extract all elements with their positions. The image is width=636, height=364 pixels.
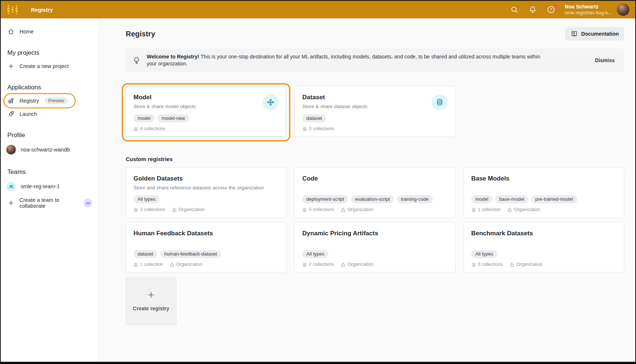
- tag-dataset: dataset: [302, 114, 326, 122]
- main-content: Registry Documentation Welcome to Regist…: [99, 18, 635, 362]
- registry-card-golden-datasets[interactable]: Golden DatasetsStore and share reference…: [126, 167, 286, 218]
- card-meta: 3 collectionsOrganization: [133, 207, 279, 212]
- card-title: Base Models: [471, 175, 510, 183]
- user-name: Noa Schwartz: [565, 4, 612, 10]
- tag-row: dataset: [302, 114, 447, 122]
- banner-title: Welcome to Registry!: [147, 54, 199, 60]
- card-subtitle: [302, 185, 318, 191]
- user-org: smle-registries-bug-b…: [565, 10, 612, 16]
- bell-icon[interactable]: [528, 5, 537, 14]
- tag-all-types: All types: [133, 195, 160, 203]
- app-window: Registry ? Noa Schwartz smle-registries-…: [0, 0, 636, 364]
- search-icon[interactable]: [510, 5, 519, 14]
- sidebar-heading-profile: Profile: [7, 132, 92, 139]
- sidebar-item-profile[interactable]: noa-schwartz-wandb: [1, 142, 99, 157]
- card-cell-benchmark-datasets: Benchmark DatasetsAll types0 collections…: [464, 222, 624, 272]
- registry-card-benchmark-datasets[interactable]: Benchmark DatasetsAll types0 collections…: [464, 222, 624, 272]
- collections-count: 3 collections: [302, 126, 334, 131]
- create-registry-tile[interactable]: Create registry: [126, 277, 176, 325]
- registry-card-human-feedback-datasets[interactable]: Human Feedback Datasetsdatasethuman-feed…: [126, 222, 286, 272]
- card-title: Model: [133, 93, 196, 101]
- preview-badge: Preview: [44, 97, 68, 104]
- user-menu[interactable]: Noa Schwartz smle-registries-bug-b…: [565, 3, 629, 16]
- welcome-banner: Welcome to Registry! This is your one-st…: [126, 49, 624, 72]
- visibility-label: Organization: [341, 262, 374, 267]
- sidebar: Home My projects Create a new project Ap…: [1, 18, 99, 362]
- tag-base-model: base-model: [495, 195, 528, 203]
- lightbulb-icon: [132, 56, 141, 65]
- profile-avatar: [6, 145, 16, 154]
- custom-registries-grid: Golden DatasetsStore and share reference…: [126, 167, 624, 272]
- tag-training-code: training-code: [397, 195, 433, 203]
- card-meta: 1 collectionOrganization: [133, 262, 279, 267]
- visibility-label: Organization: [341, 207, 374, 212]
- card-meta: 0 collectionsOrganization: [302, 207, 447, 212]
- tag-row: modelmodel-new: [133, 114, 279, 122]
- database-icon: [432, 94, 448, 110]
- lock-open-icon: [507, 207, 512, 212]
- collections-count: 0 collections: [302, 207, 334, 212]
- card-meta: 3 collections: [302, 126, 447, 131]
- card-subtitle: Store and share reference datasets acros…: [133, 185, 264, 191]
- sidebar-item-label: Home: [19, 29, 34, 35]
- sidebar-item-label: smle-reg-team-1: [21, 183, 60, 189]
- list-icon: [302, 207, 307, 212]
- card-cell-base-models: Base Modelsmodelbase-modelpre-trained-mo…: [464, 167, 624, 218]
- tag-all-types: All types: [471, 250, 497, 258]
- sidebar-item-registry[interactable]: Registry Preview: [1, 94, 74, 107]
- tag-row: datasethuman-feedback-dataset: [133, 250, 279, 258]
- tag-all-types: All types: [302, 250, 328, 258]
- registry-card-dataset[interactable]: DatasetStore & share dataset objectsdata…: [294, 86, 455, 137]
- collections-count: 0 collections: [471, 262, 503, 267]
- help-icon[interactable]: ?: [546, 5, 556, 14]
- sidebar-heading-teams: Teams: [7, 168, 92, 176]
- visibility-label: Organization: [170, 262, 203, 267]
- card-title: Dynamic Pricing Artifacts: [302, 229, 378, 238]
- tag-evaluation-script: evaluation-script: [351, 195, 394, 203]
- tag-row: All types: [133, 195, 279, 203]
- tag-row: modelbase-modelpre-trained-model: [471, 195, 617, 203]
- documentation-label: Documentation: [581, 31, 619, 37]
- tag-human-feedback-dataset: human-feedback-dataset: [160, 250, 221, 258]
- plus-icon: [7, 199, 15, 207]
- plus-icon: [7, 63, 15, 70]
- visibility-label: Organization: [172, 207, 205, 212]
- card-meta: 4 collections: [133, 126, 279, 131]
- sidebar-heading-applications: Applications: [7, 84, 92, 91]
- wandb-logo-icon[interactable]: [5, 3, 20, 16]
- team-icon: [6, 182, 16, 191]
- sidebar-item-team[interactable]: smle-reg-team-1: [1, 179, 99, 194]
- tag-row: deployment-scriptevaluation-scripttraini…: [302, 195, 447, 203]
- list-icon: [133, 262, 138, 267]
- core-registries-grid: ModelStore & share model objectsmodelmod…: [126, 86, 624, 137]
- topbar: Registry ? Noa Schwartz smle-registries-…: [1, 1, 635, 18]
- sidebar-item-label: Create a new project: [19, 63, 69, 69]
- documentation-button[interactable]: Documentation: [565, 27, 624, 40]
- registry-card-model[interactable]: ModelStore & share model objectsmodelmod…: [126, 86, 286, 137]
- sidebar-item-home[interactable]: Home: [1, 25, 99, 38]
- registry-card-code[interactable]: Codedeployment-scriptevaluation-scripttr…: [294, 167, 455, 218]
- banner-body: This is your one-stop destination for al…: [147, 54, 540, 67]
- sidebar-item-launch[interactable]: Launch: [1, 107, 99, 121]
- list-icon: [133, 126, 138, 131]
- notification-dot: [554, 4, 558, 7]
- registry-grid-icon: [7, 97, 15, 104]
- card-cell-dynamic-pricing-artifacts: Dynamic Pricing ArtifactsAll types2 coll…: [294, 222, 455, 272]
- sidebar-item-create-team[interactable]: Create a team to collaborate: [1, 194, 99, 212]
- list-icon: [471, 207, 476, 212]
- list-icon: [133, 207, 138, 212]
- registry-card-base-models[interactable]: Base Modelsmodelbase-modelpre-trained-mo…: [464, 167, 624, 218]
- plus-icon: [147, 291, 155, 299]
- user-avatar[interactable]: [617, 3, 629, 16]
- tag-pre-trained-model: pre-trained-model: [531, 195, 577, 203]
- sidebar-item-create-project[interactable]: Create a new project: [1, 60, 99, 73]
- list-icon: [471, 262, 476, 267]
- card-subtitle: [471, 239, 533, 246]
- collections-count: 3 collections: [133, 207, 165, 212]
- dismiss-button[interactable]: Dismiss: [594, 55, 615, 65]
- tag-dataset: dataset: [133, 250, 157, 258]
- card-title: Benchmark Datasets: [471, 229, 533, 238]
- sidebar-item-label: Registry: [19, 98, 39, 104]
- registry-card-dynamic-pricing-artifacts[interactable]: Dynamic Pricing ArtifactsAll types2 coll…: [294, 222, 455, 272]
- lock-open-icon: [510, 262, 514, 267]
